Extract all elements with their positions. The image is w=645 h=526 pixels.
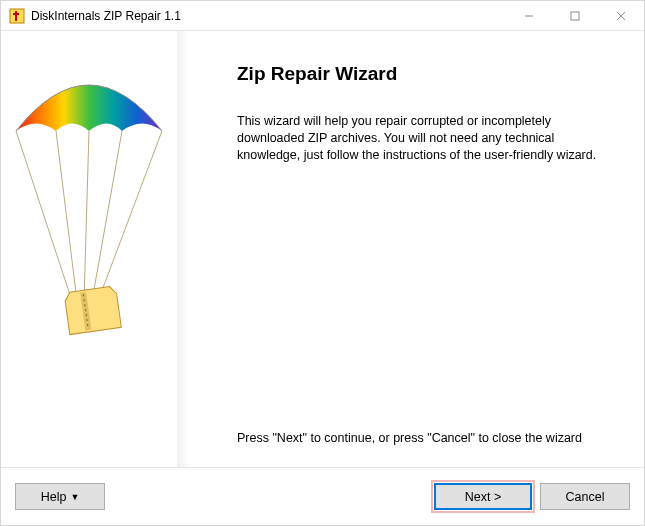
window-title: DiskInternals ZIP Repair 1.1 [31,9,506,23]
svg-line-11 [98,131,162,301]
svg-rect-1 [15,11,17,21]
cancel-button-label: Cancel [566,490,605,504]
titlebar: DiskInternals ZIP Repair 1.1 [1,1,644,31]
divider-shadow [177,31,189,467]
app-icon [9,8,25,24]
svg-line-9 [84,131,89,301]
svg-line-7 [16,131,72,301]
wizard-hint: Press "Next" to continue, or press "Canc… [237,431,614,445]
next-button[interactable]: Next > [434,483,532,510]
help-button[interactable]: Help ▼ [15,483,105,510]
next-button-label: Next > [465,490,501,504]
close-button[interactable] [598,1,644,30]
wizard-sidebar [1,31,177,467]
wizard-main: Zip Repair Wizard This wizard will help … [189,31,644,467]
svg-line-10 [92,131,122,301]
minimize-button[interactable] [506,1,552,30]
parachute-image [12,61,166,385]
dropdown-caret-icon: ▼ [70,492,79,502]
cancel-button[interactable]: Cancel [540,483,630,510]
button-bar: Help ▼ Next > Cancel [1,467,644,525]
maximize-button[interactable] [552,1,598,30]
window-controls [506,1,644,30]
content-area: Zip Repair Wizard This wizard will help … [1,31,644,467]
svg-rect-4 [571,12,579,20]
svg-line-8 [56,131,77,301]
wizard-description: This wizard will help you repair corrupt… [237,113,614,164]
wizard-heading: Zip Repair Wizard [237,63,614,85]
svg-rect-2 [13,13,19,15]
help-button-label: Help [41,490,67,504]
